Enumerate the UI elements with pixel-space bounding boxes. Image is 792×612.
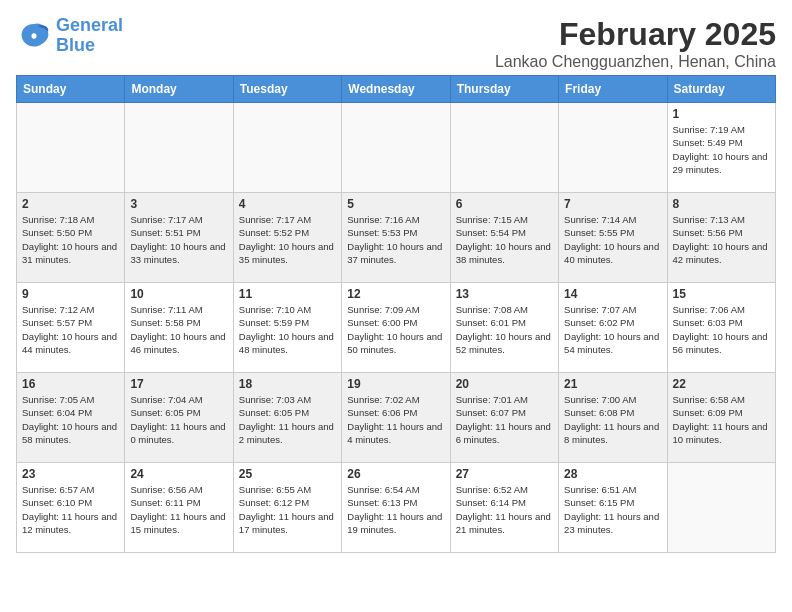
day-number: 20 (456, 377, 553, 391)
calendar-cell: 27Sunrise: 6:52 AM Sunset: 6:14 PM Dayli… (450, 463, 558, 553)
day-info: Sunrise: 7:10 AM Sunset: 5:59 PM Dayligh… (239, 303, 336, 356)
day-info: Sunrise: 6:52 AM Sunset: 6:14 PM Dayligh… (456, 483, 553, 536)
calendar-cell: 5Sunrise: 7:16 AM Sunset: 5:53 PM Daylig… (342, 193, 450, 283)
day-number: 2 (22, 197, 119, 211)
day-number: 24 (130, 467, 227, 481)
calendar-week-row: 23Sunrise: 6:57 AM Sunset: 6:10 PM Dayli… (17, 463, 776, 553)
logo: General Blue (16, 16, 123, 56)
day-number: 18 (239, 377, 336, 391)
day-info: Sunrise: 7:18 AM Sunset: 5:50 PM Dayligh… (22, 213, 119, 266)
day-number: 7 (564, 197, 661, 211)
logo-icon (16, 20, 52, 52)
calendar-cell: 6Sunrise: 7:15 AM Sunset: 5:54 PM Daylig… (450, 193, 558, 283)
day-number: 11 (239, 287, 336, 301)
calendar-cell: 10Sunrise: 7:11 AM Sunset: 5:58 PM Dayli… (125, 283, 233, 373)
calendar-cell: 14Sunrise: 7:07 AM Sunset: 6:02 PM Dayli… (559, 283, 667, 373)
day-info: Sunrise: 7:00 AM Sunset: 6:08 PM Dayligh… (564, 393, 661, 446)
calendar-cell (233, 103, 341, 193)
calendar-cell (450, 103, 558, 193)
day-info: Sunrise: 7:19 AM Sunset: 5:49 PM Dayligh… (673, 123, 770, 176)
calendar-cell (342, 103, 450, 193)
calendar-week-row: 2Sunrise: 7:18 AM Sunset: 5:50 PM Daylig… (17, 193, 776, 283)
day-info: Sunrise: 7:04 AM Sunset: 6:05 PM Dayligh… (130, 393, 227, 446)
calendar-cell: 24Sunrise: 6:56 AM Sunset: 6:11 PM Dayli… (125, 463, 233, 553)
calendar: SundayMondayTuesdayWednesdayThursdayFrid… (16, 75, 776, 553)
day-info: Sunrise: 7:05 AM Sunset: 6:04 PM Dayligh… (22, 393, 119, 446)
weekday-header: Friday (559, 76, 667, 103)
day-info: Sunrise: 6:58 AM Sunset: 6:09 PM Dayligh… (673, 393, 770, 446)
day-info: Sunrise: 7:16 AM Sunset: 5:53 PM Dayligh… (347, 213, 444, 266)
day-number: 10 (130, 287, 227, 301)
calendar-cell: 28Sunrise: 6:51 AM Sunset: 6:15 PM Dayli… (559, 463, 667, 553)
day-number: 8 (673, 197, 770, 211)
day-number: 4 (239, 197, 336, 211)
page-header: General Blue February 2025 Lankao Chengg… (16, 16, 776, 71)
calendar-cell: 19Sunrise: 7:02 AM Sunset: 6:06 PM Dayli… (342, 373, 450, 463)
calendar-cell: 21Sunrise: 7:00 AM Sunset: 6:08 PM Dayli… (559, 373, 667, 463)
day-info: Sunrise: 7:02 AM Sunset: 6:06 PM Dayligh… (347, 393, 444, 446)
calendar-cell (125, 103, 233, 193)
month-title: February 2025 (495, 16, 776, 53)
day-number: 21 (564, 377, 661, 391)
weekday-header: Sunday (17, 76, 125, 103)
calendar-cell: 1Sunrise: 7:19 AM Sunset: 5:49 PM Daylig… (667, 103, 775, 193)
day-number: 12 (347, 287, 444, 301)
day-number: 28 (564, 467, 661, 481)
calendar-cell: 20Sunrise: 7:01 AM Sunset: 6:07 PM Dayli… (450, 373, 558, 463)
day-number: 16 (22, 377, 119, 391)
calendar-cell: 16Sunrise: 7:05 AM Sunset: 6:04 PM Dayli… (17, 373, 125, 463)
logo-line2: Blue (56, 36, 123, 56)
location-title: Lankao Chengguanzhen, Henan, China (495, 53, 776, 71)
day-info: Sunrise: 7:14 AM Sunset: 5:55 PM Dayligh… (564, 213, 661, 266)
day-info: Sunrise: 6:54 AM Sunset: 6:13 PM Dayligh… (347, 483, 444, 536)
calendar-cell (559, 103, 667, 193)
calendar-week-row: 16Sunrise: 7:05 AM Sunset: 6:04 PM Dayli… (17, 373, 776, 463)
weekday-header: Monday (125, 76, 233, 103)
calendar-week-row: 9Sunrise: 7:12 AM Sunset: 5:57 PM Daylig… (17, 283, 776, 373)
day-info: Sunrise: 6:56 AM Sunset: 6:11 PM Dayligh… (130, 483, 227, 536)
logo-line1: General (56, 15, 123, 35)
day-info: Sunrise: 6:55 AM Sunset: 6:12 PM Dayligh… (239, 483, 336, 536)
calendar-cell: 12Sunrise: 7:09 AM Sunset: 6:00 PM Dayli… (342, 283, 450, 373)
calendar-week-row: 1Sunrise: 7:19 AM Sunset: 5:49 PM Daylig… (17, 103, 776, 193)
day-number: 6 (456, 197, 553, 211)
day-info: Sunrise: 7:08 AM Sunset: 6:01 PM Dayligh… (456, 303, 553, 356)
day-info: Sunrise: 7:07 AM Sunset: 6:02 PM Dayligh… (564, 303, 661, 356)
calendar-cell: 13Sunrise: 7:08 AM Sunset: 6:01 PM Dayli… (450, 283, 558, 373)
weekday-header: Saturday (667, 76, 775, 103)
day-number: 15 (673, 287, 770, 301)
day-info: Sunrise: 7:12 AM Sunset: 5:57 PM Dayligh… (22, 303, 119, 356)
title-block: February 2025 Lankao Chengguanzhen, Hena… (495, 16, 776, 71)
calendar-cell: 4Sunrise: 7:17 AM Sunset: 5:52 PM Daylig… (233, 193, 341, 283)
day-info: Sunrise: 7:03 AM Sunset: 6:05 PM Dayligh… (239, 393, 336, 446)
calendar-cell: 3Sunrise: 7:17 AM Sunset: 5:51 PM Daylig… (125, 193, 233, 283)
day-info: Sunrise: 6:51 AM Sunset: 6:15 PM Dayligh… (564, 483, 661, 536)
day-number: 23 (22, 467, 119, 481)
day-info: Sunrise: 7:11 AM Sunset: 5:58 PM Dayligh… (130, 303, 227, 356)
day-number: 13 (456, 287, 553, 301)
day-info: Sunrise: 7:01 AM Sunset: 6:07 PM Dayligh… (456, 393, 553, 446)
calendar-cell: 18Sunrise: 7:03 AM Sunset: 6:05 PM Dayli… (233, 373, 341, 463)
logo-text: General Blue (56, 16, 123, 56)
day-number: 27 (456, 467, 553, 481)
day-number: 14 (564, 287, 661, 301)
day-number: 5 (347, 197, 444, 211)
day-number: 26 (347, 467, 444, 481)
calendar-cell: 23Sunrise: 6:57 AM Sunset: 6:10 PM Dayli… (17, 463, 125, 553)
calendar-cell: 9Sunrise: 7:12 AM Sunset: 5:57 PM Daylig… (17, 283, 125, 373)
day-info: Sunrise: 7:13 AM Sunset: 5:56 PM Dayligh… (673, 213, 770, 266)
calendar-cell: 25Sunrise: 6:55 AM Sunset: 6:12 PM Dayli… (233, 463, 341, 553)
calendar-cell: 7Sunrise: 7:14 AM Sunset: 5:55 PM Daylig… (559, 193, 667, 283)
day-info: Sunrise: 6:57 AM Sunset: 6:10 PM Dayligh… (22, 483, 119, 536)
weekday-header-row: SundayMondayTuesdayWednesdayThursdayFrid… (17, 76, 776, 103)
calendar-cell (667, 463, 775, 553)
calendar-cell: 17Sunrise: 7:04 AM Sunset: 6:05 PM Dayli… (125, 373, 233, 463)
day-info: Sunrise: 7:17 AM Sunset: 5:51 PM Dayligh… (130, 213, 227, 266)
calendar-cell (17, 103, 125, 193)
day-info: Sunrise: 7:06 AM Sunset: 6:03 PM Dayligh… (673, 303, 770, 356)
day-number: 22 (673, 377, 770, 391)
day-info: Sunrise: 7:09 AM Sunset: 6:00 PM Dayligh… (347, 303, 444, 356)
day-number: 17 (130, 377, 227, 391)
calendar-cell: 11Sunrise: 7:10 AM Sunset: 5:59 PM Dayli… (233, 283, 341, 373)
weekday-header: Tuesday (233, 76, 341, 103)
